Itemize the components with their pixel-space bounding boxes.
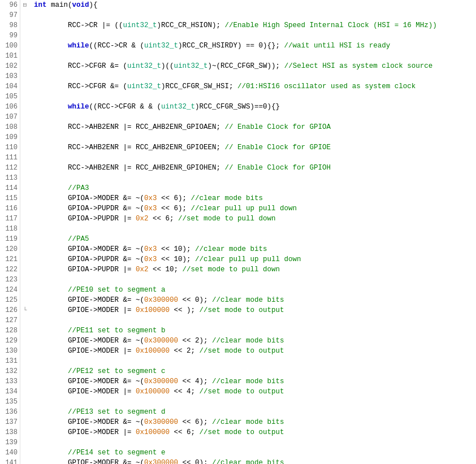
fold-marker: [20, 285, 29, 295]
code-line: RCC->AHB2ENR |= RCC_AHB2ENR_GPIOAEN; // …: [34, 122, 476, 132]
token-comment: // Enable Clock for GPIOE: [225, 144, 331, 151]
token-plain: << 6;: [170, 428, 200, 436]
token-plain: GPIOE->MODER |=: [68, 428, 136, 436]
token-comment: //PE10 set to segment a: [68, 286, 166, 294]
code-line: [34, 112, 476, 122]
code-line: [34, 71, 476, 81]
token-num: 0x100000: [136, 428, 170, 436]
token-comment: //PA3: [68, 184, 89, 192]
token-plain: << 6);: [157, 205, 191, 213]
token-plain: )RCC_CFGR_SWS)==0){}: [195, 103, 280, 111]
token-comment: //clear mode bits: [191, 194, 263, 202]
line-number-gutter: 9697989910010110210310410510610710810911…: [0, 0, 20, 464]
line-number: 127: [0, 315, 20, 326]
token-comment: //PE13 set to segment d: [68, 408, 166, 416]
fold-marker[interactable]: ⊟: [20, 0, 29, 10]
fold-marker: [20, 326, 29, 336]
line-number: 110: [0, 142, 20, 153]
token-cast: uint32_t: [123, 21, 157, 29]
token-plain: GPIOE->MODER &= ~(: [68, 378, 144, 385]
code-line: GPIOA->MODER &= ~(0x3 << 10); //clear mo…: [34, 244, 476, 254]
code-line: //PE10 set to segment a: [34, 285, 476, 295]
token-cast: uint32_t: [127, 62, 161, 70]
line-number: 125: [0, 295, 20, 305]
token-kw: while: [68, 103, 89, 111]
code-line: //PE11 set to segment b: [34, 326, 476, 336]
token-plain: RCC->AHB2ENR |= RCC_AHB2ENR_GPIOHEN;: [68, 164, 225, 172]
token-plain: << );: [170, 306, 200, 314]
code-line: GPIOA->PUPDR &= ~(0x3 << 10); //clear pu…: [34, 254, 476, 264]
fold-marker: [20, 234, 29, 244]
line-number: 135: [0, 397, 20, 407]
code-line: //PE13 set to segment d: [34, 407, 476, 417]
token-num: 0x3: [144, 245, 157, 253]
code-line: GPIOE->MODER &= ~(0x300000 << 0); //clea…: [34, 295, 476, 305]
fold-marker: [20, 397, 29, 407]
code-line: //PA5: [34, 234, 476, 244]
fold-marker[interactable]: └: [20, 305, 29, 315]
code-content[interactable]: int main(void){ RCC->CR |= ((uint32_t)RC…: [29, 0, 476, 464]
fold-marker: [20, 376, 29, 387]
code-line: GPIOA->PUPDR |= 0x2 << 10; //set mode to…: [34, 264, 476, 275]
fold-marker: [20, 122, 29, 132]
fold-marker: [20, 346, 29, 356]
code-line: [34, 132, 476, 142]
token-num: 0x3: [144, 194, 157, 202]
token-plain: )RCC_CFGR_SW_HSI;: [161, 83, 237, 90]
fold-marker: [20, 275, 29, 285]
token-plain: << 2;: [170, 347, 200, 355]
code-line: GPIOE->MODER &= ~(0x300000 << 2); //clea…: [34, 336, 476, 346]
code-line: [34, 275, 476, 285]
token-comment: //01:HSI16 oscillator used as system clo…: [237, 83, 416, 90]
code-line: //PA3: [34, 183, 476, 193]
token-comment: //PE14 set to segment e: [68, 449, 166, 457]
token-num: 0x300000: [144, 378, 178, 385]
line-number: 124: [0, 285, 20, 295]
token-comment: //set mode to pull down: [183, 266, 280, 274]
token-num: 0x100000: [136, 306, 170, 314]
fold-marker: [20, 254, 29, 264]
token-num: 0x3: [144, 205, 157, 213]
token-plain: << 2);: [178, 337, 212, 345]
fold-marker: [20, 366, 29, 376]
token-plain: << 6);: [157, 194, 191, 202]
line-number: 120: [0, 244, 20, 254]
line-number: 112: [0, 163, 20, 173]
line-number: 101: [0, 51, 20, 61]
line-number: 122: [0, 264, 20, 275]
token-plain: GPIOE->MODER &= ~(: [68, 296, 144, 304]
token-plain: << 6;: [149, 215, 179, 223]
fold-marker: [20, 336, 29, 346]
line-number: 136: [0, 407, 20, 417]
token-num: 0x3: [144, 255, 157, 263]
code-line: int main(void){: [34, 0, 476, 10]
line-number: 134: [0, 387, 20, 397]
token-plain: GPIOE->MODER |=: [68, 306, 136, 314]
token-comment: //set mode to output: [200, 428, 284, 436]
fold-marker: [20, 132, 29, 142]
line-number: 131: [0, 356, 20, 366]
fold-marker: [20, 112, 29, 122]
token-plain: GPIOA->MODER &= ~(: [68, 194, 144, 202]
line-number: 132: [0, 366, 20, 376]
token-comment: //PE12 set to segment c: [68, 367, 166, 375]
fold-marker: [20, 315, 29, 326]
fold-marker: [20, 183, 29, 193]
token-plain: RCC->AHB2ENR |= RCC_AHB2ENR_GPIOEEN;: [68, 144, 225, 151]
line-number: 106: [0, 102, 20, 112]
code-line: [34, 397, 476, 407]
line-number: 111: [0, 153, 20, 163]
line-number: 100: [0, 41, 20, 51]
fold-marker: [20, 51, 29, 61]
token-plain: RCC->CR |= ((: [68, 21, 123, 29]
line-number: 107: [0, 112, 20, 122]
token-comment: //set mode to output: [200, 306, 284, 314]
fold-marker: [20, 31, 29, 41]
line-number: 130: [0, 346, 20, 356]
token-comment: // Enable Clock for GPIOH: [225, 164, 331, 172]
token-plain: << 10);: [157, 245, 196, 253]
token-comment: //clear mode bits: [212, 378, 284, 385]
code-line: [34, 31, 476, 41]
line-number: 109: [0, 132, 20, 142]
token-plain: ){: [89, 1, 98, 9]
